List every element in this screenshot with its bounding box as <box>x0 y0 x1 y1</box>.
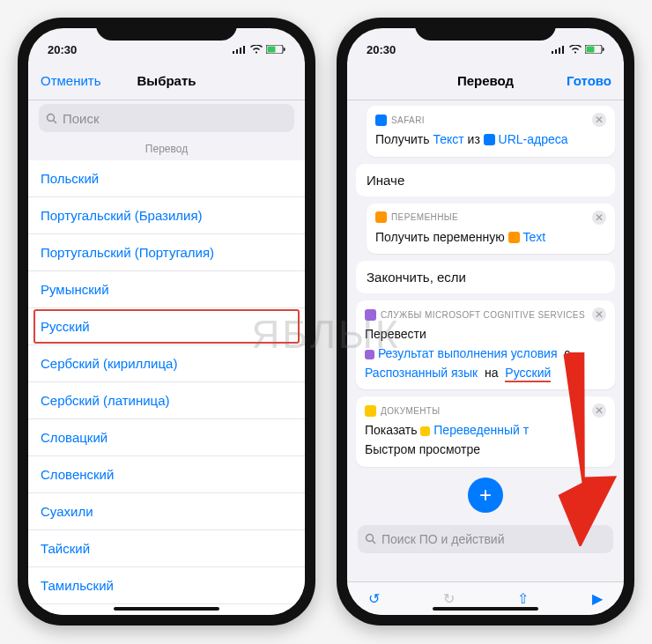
token-detected-lang[interactable]: Распознанный язык <box>365 366 478 380</box>
action-documents[interactable]: ДОКУМЕНТЫ ✕ Показать Переведенный т в Бы… <box>356 396 615 466</box>
language-item[interactable]: Суахили <box>28 493 305 530</box>
navbar: Перевод Готово <box>347 62 624 100</box>
language-item[interactable]: Сербский (латиница) <box>28 382 305 419</box>
svg-point-7 <box>48 114 55 121</box>
svg-rect-14 <box>587 47 595 53</box>
home-indicator <box>114 607 219 611</box>
share-icon[interactable]: ⇧ <box>517 590 529 607</box>
status-icons <box>552 45 604 54</box>
search-input[interactable]: Поиск <box>39 104 294 132</box>
language-item[interactable]: Тайский <box>28 530 305 567</box>
action-search-input[interactable]: Поиск ПО и действий <box>358 525 613 553</box>
svg-rect-1 <box>236 49 238 54</box>
language-item[interactable]: Португальский (Португалия) <box>28 234 305 271</box>
notch <box>415 18 556 41</box>
wifi-icon <box>569 45 582 54</box>
svg-rect-11 <box>559 48 560 54</box>
search-icon <box>46 113 57 124</box>
token-url[interactable]: URL-адреса <box>499 132 568 146</box>
cancel-button[interactable]: Отменить <box>41 73 101 88</box>
close-icon[interactable]: ✕ <box>592 307 606 322</box>
close-icon[interactable]: ✕ <box>592 211 606 225</box>
signal-icon <box>552 45 566 54</box>
token-text[interactable]: Текст <box>433 132 463 146</box>
play-icon[interactable]: ▶ <box>592 590 603 607</box>
watermark: ЯБЛЫК <box>251 313 400 357</box>
language-item[interactable]: Польский <box>28 160 305 197</box>
var-icon <box>508 232 520 243</box>
svg-line-8 <box>54 120 57 123</box>
svg-rect-12 <box>562 46 564 54</box>
token-cond-result[interactable]: Результат выполнения условия <box>378 346 558 360</box>
language-item[interactable]: Румынский <box>28 271 305 308</box>
redo-icon: ↻ <box>443 590 455 607</box>
search-icon <box>365 533 376 544</box>
svg-rect-10 <box>555 49 557 54</box>
safari-icon <box>375 115 387 126</box>
status-time: 20:30 <box>367 43 396 56</box>
svg-rect-2 <box>240 48 241 54</box>
action-safari[interactable]: SAFARI ✕ Получить Текст из URL-адреса <box>367 106 615 157</box>
notch <box>96 18 237 41</box>
battery-icon <box>585 45 604 54</box>
home-indicator <box>433 607 538 611</box>
svg-rect-9 <box>552 51 553 54</box>
link-icon <box>484 134 495 145</box>
token-target-lang[interactable]: Русский <box>505 366 551 382</box>
language-item[interactable]: Тамильский <box>28 567 305 604</box>
page-title: Перевод <box>457 73 514 88</box>
svg-rect-0 <box>233 51 234 54</box>
svg-rect-5 <box>268 47 276 53</box>
language-item[interactable]: Словенский <box>28 456 305 493</box>
action-variables[interactable]: ПЕРЕМЕННЫЕ ✕ Получить переменную Text <box>367 204 615 255</box>
close-icon[interactable]: ✕ <box>592 113 606 127</box>
language-item[interactable]: Словацкий <box>28 419 305 456</box>
svg-point-16 <box>367 535 374 542</box>
status-time: 20:30 <box>48 43 77 56</box>
wifi-icon <box>250 45 263 54</box>
documents-icon <box>365 405 376 417</box>
done-button[interactable]: Готово <box>567 73 611 88</box>
svg-rect-15 <box>603 48 604 51</box>
language-list: ПольскийПортугальский (Бразилия)Португал… <box>28 160 305 615</box>
token-text-var[interactable]: Text <box>523 230 546 244</box>
add-action-button[interactable]: + <box>468 477 503 513</box>
undo-icon[interactable]: ↺ <box>368 590 380 607</box>
token-translated[interactable]: Переведенный т <box>433 423 529 437</box>
svg-rect-6 <box>284 48 285 51</box>
section-header: Перевод <box>28 139 305 160</box>
status-icons <box>233 45 285 54</box>
doc-icon <box>420 426 430 436</box>
page-title: Выбрать <box>137 73 196 88</box>
battery-icon <box>266 45 285 54</box>
search-placeholder: Поиск <box>63 111 100 126</box>
navbar: Отменить Выбрать <box>28 62 305 100</box>
action-endif[interactable]: Закончить, если <box>356 261 615 293</box>
signal-icon <box>233 45 247 54</box>
close-icon[interactable]: ✕ <box>592 403 606 418</box>
language-item[interactable]: Португальский (Бразилия) <box>28 197 305 234</box>
svg-rect-3 <box>243 46 245 54</box>
svg-line-17 <box>373 541 376 544</box>
action-else[interactable]: Иначе <box>356 164 615 196</box>
variables-icon <box>375 211 387 223</box>
